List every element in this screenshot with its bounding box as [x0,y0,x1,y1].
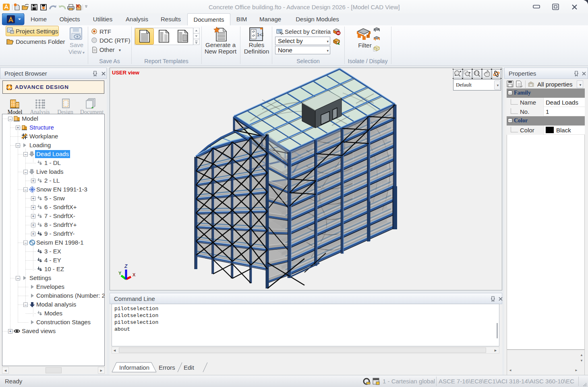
svg-text:1<2: 1<2 [257,32,263,37]
svg-text:Y: Y [118,271,122,276]
svg-text:Z: Z [124,263,128,269]
svg-text:Information: Information [119,364,149,371]
svg-text:X: X [133,272,136,277]
svg-text:Edit: Edit [184,364,195,371]
svg-text:Errors: Errors [159,364,175,371]
